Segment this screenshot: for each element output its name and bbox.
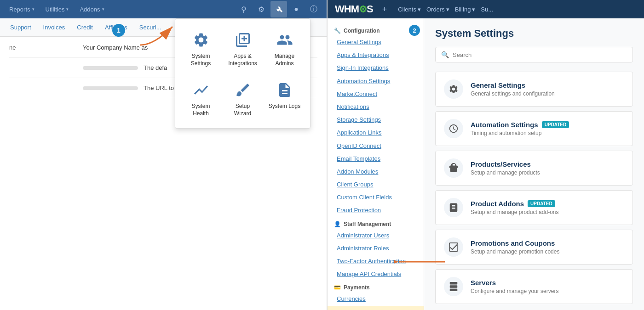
wrench-icon-button[interactable] [270,1,287,17]
system-health-label: System Health [184,103,217,117]
plus-button[interactable]: + [382,5,387,14]
manage-admins-label: Manage Admins [268,53,301,67]
sidebar-payment-gateways[interactable]: Payment Gateways [328,306,424,310]
general-settings-text: General Settings General settings and co… [471,81,555,97]
clients-menu[interactable]: Clients▾ [398,6,421,13]
settings-item-servers[interactable]: Servers Configure and manage your server… [435,269,633,304]
settings-item-automation[interactable]: Automation Settings UPDATED Timing and a… [435,111,633,146]
sidebar-administrator-users[interactable]: Administrator Users [328,229,424,242]
automation-settings-icon [444,119,463,138]
user-icon-button[interactable]: ● [288,1,305,17]
settings-item-products[interactable]: Products/Services Setup and manage produ… [435,151,633,186]
settings-item-product-addons[interactable]: Product Addons UPDATED Setup and manage … [435,190,633,225]
dropdown-setup-wizard[interactable]: Setup Wizard [224,76,261,121]
setup-wizard-icon [233,80,253,100]
dropdown-apps-integrations[interactable]: Apps & Integrations [224,26,261,71]
sidebar-payments-title: 💳 Payments [328,281,424,293]
settings-icon-button[interactable]: ⚙ [253,1,270,17]
automation-settings-title: Automation Settings UPDATED [471,121,569,129]
sidebar-custom-client-fields[interactable]: Custom Client Fields [328,191,424,204]
promotions-title: Promotions and Coupons [471,239,559,247]
more-menu[interactable]: Su... [481,6,493,13]
product-addons-icon [444,198,463,217]
sidebar-staff-title: 👤 Staff Management [328,217,424,229]
wrench-small-icon: 🔧 [334,28,341,34]
product-addons-updated-badge: UPDATED [528,200,555,207]
search-input[interactable] [453,51,627,58]
automation-updated-badge: UPDATED [542,121,569,128]
system-settings-icon [191,30,211,50]
products-services-icon [444,158,463,178]
sidebar-general-settings[interactable]: General Settings [328,36,424,49]
addons-menu[interactable]: Addons ▾ [75,3,109,16]
products-services-title: Products/Services [471,160,540,168]
arrow-2-annotation [394,250,449,273]
utilities-menu[interactable]: Utilities ▾ [41,3,74,16]
help-icon-button[interactable]: ⓘ [305,1,322,17]
dropdown-system-health[interactable]: System Health [183,76,219,121]
sidebar-storage-settings[interactable]: Storage Settings [328,113,424,126]
page-title: System Settings [435,28,633,39]
sidebar-signin-integrations[interactable]: Sign-In Integrations [328,62,424,74]
system-settings-label: System Settings [184,53,217,67]
sidebar-email-templates[interactable]: Email Templates [328,152,424,165]
settings-item-general[interactable]: General Settings General settings and co… [435,72,633,107]
orders-menu[interactable]: Orders▾ [426,6,449,13]
product-addons-title: Product Addons UPDATED [471,200,558,208]
servers-icon [444,277,463,296]
reports-caret-icon: ▾ [32,7,34,11]
sub-nav-credit[interactable]: Credit [71,21,98,34]
sidebar-marketconnect[interactable]: MarketConnect [328,88,424,101]
addons-caret-icon: ▾ [102,7,104,11]
right-content: 2 🔧 Configuration General Settings Apps … [328,18,644,310]
sidebar-automation-settings[interactable]: Automation Settings [328,75,424,88]
form-bar-2 [83,86,138,90]
dropdown-system-settings[interactable]: System Settings [183,26,219,71]
sub-nav-support[interactable]: Support [5,21,37,34]
manage-admins-icon [275,30,295,50]
dropdown-grid: System Settings Apps & Integrations Mana… [183,26,303,121]
products-services-desc: Setup and manage products [471,169,540,176]
main-settings-panel: System Settings 🔍 General Settings Gener… [424,18,644,310]
product-addons-desc: Setup and manage product add-ons [471,209,558,215]
reports-menu[interactable]: Reports ▾ [5,3,39,16]
form-label-1: ne [9,44,83,51]
billing-menu[interactable]: Billing▾ [455,6,476,13]
setup-wizard-label: Setup Wizard [226,103,259,117]
sidebar-addon-modules[interactable]: Addon Modules [328,165,424,178]
top-nav-left: Reports ▾ Utilities ▾ Addons ▾ ⚲ ⚙ ● ⓘ [0,0,327,18]
nav-icon-group: ⚲ ⚙ ● ⓘ [236,1,322,17]
servers-title: Servers [471,279,558,287]
right-nav-items: Clients▾ Orders▾ Billing▾ Su... [398,6,493,13]
servers-desc: Configure and manage your servers [471,288,558,294]
settings-item-promotions[interactable]: Promotions and Coupons Setup and manage … [435,230,633,265]
sidebar-openid-connect[interactable]: OpenID Connect [328,140,424,152]
sidebar-currencies[interactable]: Currencies [328,293,424,305]
badge-1: 1 [112,24,125,37]
sidebar-application-links[interactable]: Application Links [328,126,424,139]
product-addons-text: Product Addons UPDATED Setup and manage … [471,200,558,215]
utilities-caret-icon: ▾ [66,7,69,11]
search-icon: 🔍 [441,51,449,58]
sidebar-fraud-protection[interactable]: Fraud Protection [328,204,424,217]
whmcs-gear-icon: ⚙ [359,4,367,15]
badge-2: 2 [409,25,420,36]
payments-icon: 💳 [334,284,341,291]
sidebar-client-groups[interactable]: Client Groups [328,178,424,191]
system-logs-label: System Logs [269,103,300,110]
products-services-text: Products/Services Setup and manage produ… [471,160,540,176]
dropdown-manage-admins[interactable]: Manage Admins [266,26,303,71]
dropdown-system-logs[interactable]: System Logs [266,76,303,121]
sub-nav-invoices[interactable]: Invoices [38,21,71,34]
promotions-desc: Setup and manage promotion codes [471,248,559,255]
general-settings-desc: General settings and configuration [471,90,555,97]
staff-icon: 👤 [334,221,341,227]
system-dropdown-menu: System Settings Apps & Integrations Mana… [175,18,310,129]
system-logs-icon [275,80,295,100]
sidebar-notifications[interactable]: Notifications [328,101,424,113]
sidebar-apps-integrations[interactable]: Apps & Integrations [328,49,424,62]
arrow-1-annotation [136,22,182,50]
apps-integrations-label: Apps & Integrations [226,53,259,67]
search-box[interactable]: 🔍 [435,47,633,62]
search-icon-button[interactable]: ⚲ [236,1,252,17]
